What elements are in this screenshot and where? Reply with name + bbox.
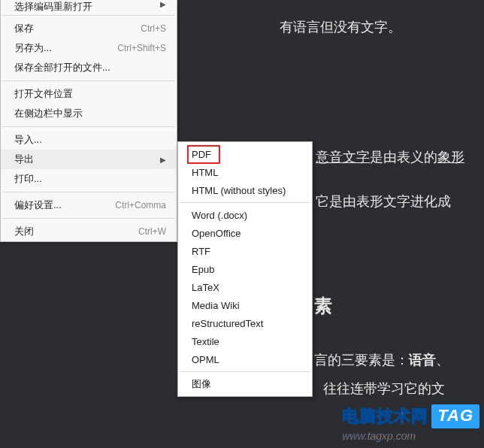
submenu-item-textile[interactable]: Textile	[178, 332, 312, 350]
menu-item-save-all[interactable]: 保存全部打开的文件...	[1, 58, 177, 77]
menu-label: 选择编码重新打开	[14, 0, 160, 12]
bg-text: 、	[436, 353, 449, 368]
menu-label: 打开文件位置	[14, 87, 166, 101]
menu-label: Epub	[192, 264, 301, 275]
bg-heading-suffix: 素	[314, 292, 332, 320]
bg-bold: 语音	[409, 353, 436, 368]
bg-text-2: 意音文字是由表义的象形	[316, 147, 464, 168]
bg-text: 言的三要素是：	[314, 353, 409, 368]
menu-label: RTF	[192, 246, 301, 257]
watermark: 电脑技术网 TAG www.tagxp.com	[342, 404, 479, 442]
menu-label: OpenOffice	[192, 228, 301, 239]
submenu-item-html[interactable]: HTML	[178, 163, 312, 181]
menu-label: 关闭	[14, 225, 138, 238]
submenu-arrow-icon: ▶	[160, 156, 166, 164]
menu-shortcut: Ctrl+Comma	[115, 200, 166, 210]
bg-text-3: 它是由表形文字进化成	[316, 191, 451, 213]
menu-label: reStructuredText	[192, 318, 301, 329]
menu-item-open-location[interactable]: 打开文件位置	[1, 84, 177, 104]
submenu-item-image[interactable]: 图像	[178, 375, 312, 393]
submenu-item-rtf[interactable]: RTF	[178, 242, 312, 260]
menu-label: 偏好设置...	[14, 198, 115, 212]
menu-label: 导入...	[14, 133, 166, 147]
submenu-item-html-nostyles[interactable]: HTML (without styles)	[178, 181, 312, 199]
menu-label: OPML	[192, 354, 301, 365]
menu-item-save-as[interactable]: 另存为... Ctrl+Shift+S	[1, 38, 177, 58]
menu-label: Media Wiki	[192, 300, 301, 311]
menu-separator	[180, 371, 310, 372]
menu-separator	[180, 202, 310, 203]
menu-label: 另存为...	[14, 41, 117, 55]
context-menu[interactable]: 选择编码重新打开 ▶ 保存 Ctrl+S 另存为... Ctrl+Shift+S…	[0, 0, 177, 242]
menu-label: 打印...	[14, 172, 166, 186]
menu-separator	[2, 80, 175, 81]
watermark-url: www.tagxp.com	[342, 430, 479, 442]
menu-label: 导出	[14, 153, 160, 166]
menu-item-preferences[interactable]: 偏好设置... Ctrl+Comma	[1, 195, 177, 215]
submenu-item-restructuredtext[interactable]: reStructuredText	[178, 314, 312, 332]
menu-separator	[2, 126, 175, 127]
menu-label: 在侧边栏中显示	[14, 107, 166, 120]
menu-separator	[2, 192, 175, 192]
watermark-badge: TAG	[431, 404, 479, 428]
link-text[interactable]: 象形	[437, 150, 464, 165]
submenu-item-opml[interactable]: OPML	[178, 350, 312, 368]
menu-item-print[interactable]: 打印...	[1, 169, 177, 189]
bg-text: 是由表义的	[370, 150, 437, 165]
watermark-brand: 电脑技术网	[342, 405, 428, 428]
menu-item-import[interactable]: 导入...	[1, 130, 177, 150]
menu-label: PDF	[192, 149, 301, 160]
submenu-item-mediawiki[interactable]: Media Wiki	[178, 296, 312, 314]
menu-item-reopen-encoding[interactable]: 选择编码重新打开 ▶	[1, 0, 177, 12]
menu-label: Textile	[192, 336, 301, 347]
submenu-item-latex[interactable]: LaTeX	[178, 278, 312, 296]
menu-item-save[interactable]: 保存 Ctrl+S	[1, 19, 177, 38]
submenu-item-pdf[interactable]: PDF	[178, 145, 312, 163]
menu-separator	[2, 15, 175, 16]
export-submenu[interactable]: PDF HTML HTML (without styles) Word (.do…	[177, 141, 313, 397]
link-text[interactable]: 意音	[316, 150, 343, 165]
bg-text-1: 有语言但没有文字。	[280, 17, 401, 38]
submenu-item-word[interactable]: Word (.docx)	[178, 206, 312, 224]
submenu-arrow-icon: ▶	[160, 0, 166, 8]
bg-text-6: 往往连带学习它的文	[323, 378, 445, 400]
submenu-item-epub[interactable]: Epub	[178, 260, 312, 278]
menu-shortcut: Ctrl+S	[141, 23, 166, 34]
link-text[interactable]: 文字	[343, 150, 370, 165]
menu-shortcut: Ctrl+W	[138, 226, 166, 237]
menu-label: HTML (without styles)	[192, 185, 301, 196]
menu-item-show-sidebar[interactable]: 在侧边栏中显示	[1, 104, 177, 123]
menu-label: 保存全部打开的文件...	[14, 61, 166, 74]
menu-item-close[interactable]: 关闭 Ctrl+W	[1, 222, 177, 241]
menu-label: HTML	[192, 167, 301, 178]
submenu-item-openoffice[interactable]: OpenOffice	[178, 224, 312, 242]
menu-label: 保存	[14, 22, 141, 35]
menu-label: Word (.docx)	[192, 210, 301, 221]
menu-shortcut: Ctrl+Shift+S	[117, 43, 166, 53]
bg-text-5: 言的三要素是：语音、	[314, 350, 449, 371]
menu-label: LaTeX	[192, 282, 301, 293]
menu-label: 图像	[192, 377, 301, 391]
menu-item-export[interactable]: 导出 ▶	[1, 150, 177, 169]
menu-separator	[2, 218, 175, 219]
